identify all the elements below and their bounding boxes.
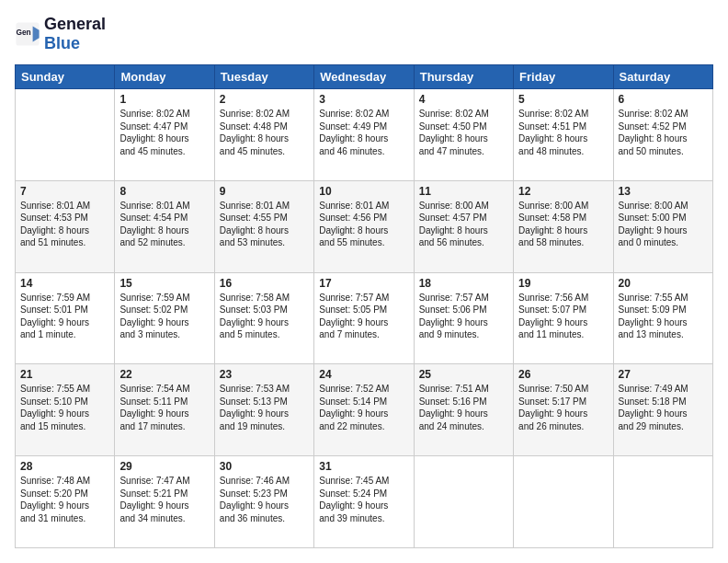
day-info: Sunrise: 7:51 AM Sunset: 5:16 PM Dayligh… bbox=[419, 383, 508, 432]
calendar-cell: 7Sunrise: 8:01 AM Sunset: 4:53 PM Daylig… bbox=[16, 180, 115, 272]
calendar-cell: 30Sunrise: 7:46 AM Sunset: 5:23 PM Dayli… bbox=[214, 456, 313, 548]
day-info: Sunrise: 7:46 AM Sunset: 5:23 PM Dayligh… bbox=[220, 475, 309, 524]
day-number: 17 bbox=[319, 277, 408, 290]
day-info: Sunrise: 7:55 AM Sunset: 5:09 PM Dayligh… bbox=[619, 292, 708, 341]
day-info: Sunrise: 8:00 AM Sunset: 4:58 PM Dayligh… bbox=[518, 200, 608, 249]
calendar-cell: 10Sunrise: 8:01 AM Sunset: 4:56 PM Dayli… bbox=[314, 180, 414, 272]
day-number: 5 bbox=[518, 93, 608, 106]
calendar-cell bbox=[16, 89, 115, 181]
svg-text:Gen: Gen bbox=[16, 28, 30, 37]
calendar-cell: 3Sunrise: 8:02 AM Sunset: 4:49 PM Daylig… bbox=[314, 89, 414, 181]
day-info: Sunrise: 8:02 AM Sunset: 4:47 PM Dayligh… bbox=[119, 108, 209, 157]
day-number: 11 bbox=[419, 185, 508, 198]
day-number: 4 bbox=[419, 93, 508, 106]
calendar-week-row: 1Sunrise: 8:02 AM Sunset: 4:47 PM Daylig… bbox=[16, 89, 713, 181]
calendar-cell: 11Sunrise: 8:00 AM Sunset: 4:57 PM Dayli… bbox=[414, 180, 513, 272]
day-number: 10 bbox=[319, 185, 408, 198]
day-number: 31 bbox=[319, 460, 408, 473]
day-number: 3 bbox=[319, 93, 408, 106]
calendar-week-row: 14Sunrise: 7:59 AM Sunset: 5:01 PM Dayli… bbox=[16, 272, 713, 364]
day-info: Sunrise: 8:02 AM Sunset: 4:50 PM Dayligh… bbox=[419, 108, 508, 157]
day-info: Sunrise: 8:01 AM Sunset: 4:56 PM Dayligh… bbox=[319, 200, 408, 249]
day-number: 12 bbox=[518, 185, 608, 198]
day-info: Sunrise: 7:45 AM Sunset: 5:24 PM Dayligh… bbox=[319, 475, 408, 524]
day-number: 6 bbox=[619, 93, 708, 106]
calendar-cell: 21Sunrise: 7:55 AM Sunset: 5:10 PM Dayli… bbox=[16, 364, 115, 456]
day-info: Sunrise: 8:02 AM Sunset: 4:48 PM Dayligh… bbox=[220, 108, 309, 157]
calendar-cell: 5Sunrise: 8:02 AM Sunset: 4:51 PM Daylig… bbox=[514, 89, 613, 181]
day-info: Sunrise: 8:01 AM Sunset: 4:54 PM Dayligh… bbox=[119, 200, 209, 249]
calendar-cell: 25Sunrise: 7:51 AM Sunset: 5:16 PM Dayli… bbox=[414, 364, 513, 456]
day-number: 18 bbox=[419, 277, 508, 290]
weekday-header-saturday: Saturday bbox=[613, 65, 712, 89]
calendar-week-row: 28Sunrise: 7:48 AM Sunset: 5:20 PM Dayli… bbox=[16, 456, 713, 548]
calendar-cell: 6Sunrise: 8:02 AM Sunset: 4:52 PM Daylig… bbox=[613, 89, 712, 181]
day-number: 1 bbox=[119, 93, 209, 106]
day-number: 8 bbox=[119, 185, 209, 198]
day-number: 9 bbox=[220, 185, 309, 198]
calendar-cell bbox=[514, 456, 613, 548]
weekday-header-thursday: Thursday bbox=[414, 65, 513, 89]
day-number: 13 bbox=[619, 185, 708, 198]
day-info: Sunrise: 7:58 AM Sunset: 5:03 PM Dayligh… bbox=[220, 292, 309, 341]
day-number: 16 bbox=[220, 277, 309, 290]
logo-text: General bbox=[44, 15, 106, 33]
calendar-cell bbox=[414, 456, 513, 548]
weekday-header-wednesday: Wednesday bbox=[314, 65, 414, 89]
calendar-cell: 9Sunrise: 8:01 AM Sunset: 4:55 PM Daylig… bbox=[214, 180, 313, 272]
day-info: Sunrise: 7:57 AM Sunset: 5:05 PM Dayligh… bbox=[319, 292, 408, 341]
day-info: Sunrise: 8:00 AM Sunset: 4:57 PM Dayligh… bbox=[419, 200, 508, 249]
calendar-cell: 28Sunrise: 7:48 AM Sunset: 5:20 PM Dayli… bbox=[16, 456, 115, 548]
calendar-cell: 24Sunrise: 7:52 AM Sunset: 5:14 PM Dayli… bbox=[314, 364, 414, 456]
day-info: Sunrise: 8:01 AM Sunset: 4:55 PM Dayligh… bbox=[220, 200, 309, 249]
calendar-cell: 20Sunrise: 7:55 AM Sunset: 5:09 PM Dayli… bbox=[613, 272, 712, 364]
day-info: Sunrise: 8:00 AM Sunset: 5:00 PM Dayligh… bbox=[619, 200, 708, 249]
day-info: Sunrise: 7:56 AM Sunset: 5:07 PM Dayligh… bbox=[518, 292, 608, 341]
weekday-header-sunday: Sunday bbox=[16, 65, 115, 89]
day-info: Sunrise: 7:54 AM Sunset: 5:11 PM Dayligh… bbox=[119, 383, 209, 432]
day-info: Sunrise: 7:49 AM Sunset: 5:18 PM Dayligh… bbox=[619, 383, 708, 432]
calendar-cell: 31Sunrise: 7:45 AM Sunset: 5:24 PM Dayli… bbox=[314, 456, 414, 548]
calendar-week-row: 21Sunrise: 7:55 AM Sunset: 5:10 PM Dayli… bbox=[16, 364, 713, 456]
weekday-header-row: SundayMondayTuesdayWednesdayThursdayFrid… bbox=[16, 65, 713, 89]
calendar-cell: 18Sunrise: 7:57 AM Sunset: 5:06 PM Dayli… bbox=[414, 272, 513, 364]
day-info: Sunrise: 7:59 AM Sunset: 5:02 PM Dayligh… bbox=[119, 292, 209, 341]
day-info: Sunrise: 7:50 AM Sunset: 5:17 PM Dayligh… bbox=[518, 383, 608, 432]
calendar-cell: 8Sunrise: 8:01 AM Sunset: 4:54 PM Daylig… bbox=[115, 180, 214, 272]
logo: Gen General Blue bbox=[15, 15, 106, 53]
calendar-cell: 4Sunrise: 8:02 AM Sunset: 4:50 PM Daylig… bbox=[414, 89, 513, 181]
calendar-cell: 13Sunrise: 8:00 AM Sunset: 5:00 PM Dayli… bbox=[613, 180, 712, 272]
day-info: Sunrise: 8:02 AM Sunset: 4:52 PM Dayligh… bbox=[619, 108, 708, 157]
day-number: 27 bbox=[619, 368, 708, 381]
calendar-cell: 2Sunrise: 8:02 AM Sunset: 4:48 PM Daylig… bbox=[214, 89, 313, 181]
calendar-cell: 19Sunrise: 7:56 AM Sunset: 5:07 PM Dayli… bbox=[514, 272, 613, 364]
weekday-header-monday: Monday bbox=[115, 65, 214, 89]
calendar-cell: 16Sunrise: 7:58 AM Sunset: 5:03 PM Dayli… bbox=[214, 272, 313, 364]
calendar-cell bbox=[613, 456, 712, 548]
day-info: Sunrise: 7:53 AM Sunset: 5:13 PM Dayligh… bbox=[220, 383, 309, 432]
day-number: 29 bbox=[119, 460, 209, 473]
calendar-cell: 1Sunrise: 8:02 AM Sunset: 4:47 PM Daylig… bbox=[115, 89, 214, 181]
calendar-cell: 15Sunrise: 7:59 AM Sunset: 5:02 PM Dayli… bbox=[115, 272, 214, 364]
day-number: 24 bbox=[319, 368, 408, 381]
weekday-header-tuesday: Tuesday bbox=[214, 65, 313, 89]
day-info: Sunrise: 8:02 AM Sunset: 4:49 PM Dayligh… bbox=[319, 108, 408, 157]
day-info: Sunrise: 8:01 AM Sunset: 4:53 PM Dayligh… bbox=[20, 200, 109, 249]
calendar-cell: 14Sunrise: 7:59 AM Sunset: 5:01 PM Dayli… bbox=[16, 272, 115, 364]
calendar-cell: 12Sunrise: 8:00 AM Sunset: 4:58 PM Dayli… bbox=[514, 180, 613, 272]
day-number: 23 bbox=[220, 368, 309, 381]
day-number: 30 bbox=[220, 460, 309, 473]
day-number: 7 bbox=[20, 185, 109, 198]
day-number: 15 bbox=[119, 277, 209, 290]
day-number: 21 bbox=[20, 368, 109, 381]
calendar-cell: 27Sunrise: 7:49 AM Sunset: 5:18 PM Dayli… bbox=[613, 364, 712, 456]
day-number: 28 bbox=[20, 460, 109, 473]
page: Gen General Blue SundayMondayTuesdayWedn… bbox=[0, 0, 728, 563]
day-info: Sunrise: 7:47 AM Sunset: 5:21 PM Dayligh… bbox=[119, 475, 209, 524]
logo-icon: Gen bbox=[15, 21, 40, 47]
calendar-cell: 26Sunrise: 7:50 AM Sunset: 5:17 PM Dayli… bbox=[514, 364, 613, 456]
day-info: Sunrise: 7:59 AM Sunset: 5:01 PM Dayligh… bbox=[20, 292, 109, 341]
day-number: 25 bbox=[419, 368, 508, 381]
calendar-cell: 22Sunrise: 7:54 AM Sunset: 5:11 PM Dayli… bbox=[115, 364, 214, 456]
calendar-cell: 29Sunrise: 7:47 AM Sunset: 5:21 PM Dayli… bbox=[115, 456, 214, 548]
